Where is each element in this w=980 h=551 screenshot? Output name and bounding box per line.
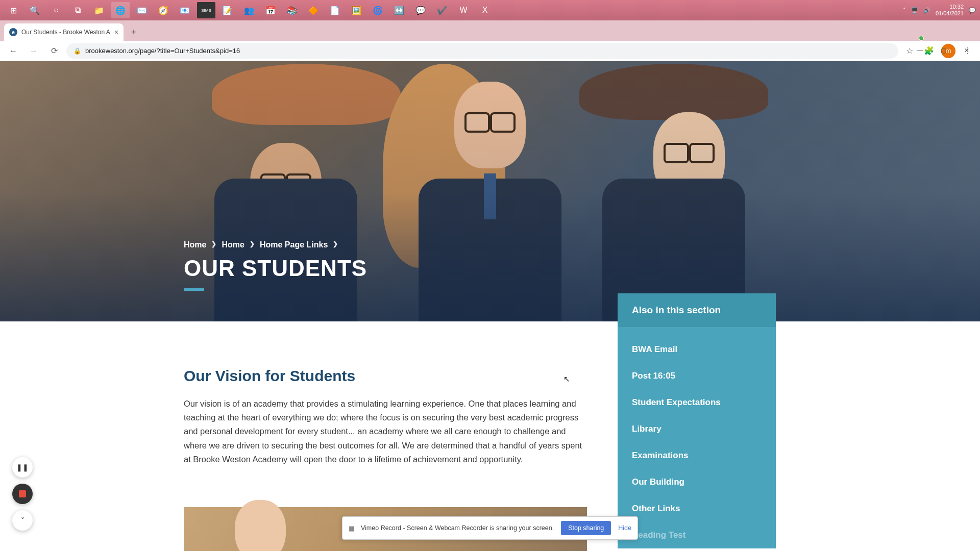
- mail-icon[interactable]: ✉️: [133, 2, 151, 18]
- app-icon-2[interactable]: 📚: [283, 2, 301, 18]
- tray-display-icon[interactable]: 🖥️: [911, 7, 918, 14]
- back-button[interactable]: ←: [5, 43, 21, 59]
- chevron-right-icon: ❯: [250, 240, 255, 249]
- lock-icon: 🔒: [74, 47, 81, 55]
- recorder-floating-controls: ❚❚ ˅: [12, 457, 33, 531]
- share-message: Vimeo Record - Screen & Webcam Recorder …: [361, 524, 554, 532]
- sidebar-item-student-expectations[interactable]: Student Expectations: [618, 389, 776, 416]
- whatsapp-icon[interactable]: 💬: [411, 2, 430, 18]
- edge-icon[interactable]: 🌀: [369, 2, 387, 18]
- excel-icon[interactable]: X: [476, 2, 494, 18]
- page-viewport[interactable]: Home ❯ Home ❯ Home Page Links ❯ OUR STUD…: [0, 61, 980, 551]
- task-view-icon[interactable]: ⧉: [68, 2, 87, 18]
- browser-toolbar: ← → ⟳ 🔒 brookeweston.org/page/?title=Our…: [0, 41, 980, 61]
- app-icon-5[interactable]: 🖼️: [347, 2, 365, 18]
- search-icon[interactable]: 🔍: [26, 2, 44, 18]
- start-button[interactable]: ⊞: [4, 2, 22, 18]
- address-bar[interactable]: 🔒 brookeweston.org/page/?title=Our+Stude…: [66, 43, 898, 59]
- app-icon-1[interactable]: 🧭: [154, 2, 173, 18]
- forward-button[interactable]: →: [26, 43, 42, 59]
- vision-body-text: Our vision is of an academy that provide…: [184, 397, 587, 466]
- outlook-icon[interactable]: 📧: [176, 2, 194, 18]
- close-window-button[interactable]: ✕: [955, 43, 978, 58]
- chevron-right-icon: ❯: [333, 240, 338, 249]
- recorder-collapse-button[interactable]: ˅: [12, 510, 33, 531]
- clock-time: 10:32: [936, 4, 964, 10]
- tray-volume-icon[interactable]: 🔊: [923, 7, 930, 14]
- recorder-stop-button[interactable]: [12, 484, 33, 504]
- hide-sharing-button[interactable]: Hide: [618, 524, 631, 532]
- clock-date: 01/04/2021: [936, 10, 964, 17]
- windows-taskbar: ⊞ 🔍 ○ ⧉ 📁 🌐 ✉️ 🧭 📧 SIMS 📝 👥 📅 📚 🔶 📄 🖼️ 🌀…: [0, 0, 980, 20]
- file-explorer-icon[interactable]: 📁: [90, 2, 108, 18]
- new-tab-button[interactable]: +: [127, 25, 141, 39]
- calendar-icon[interactable]: 📅: [261, 2, 280, 18]
- tray-chevron-icon[interactable]: ˄: [903, 7, 906, 14]
- app-icon-3[interactable]: 🔶: [304, 2, 323, 18]
- title-underline: [184, 288, 204, 291]
- reload-button[interactable]: ⟳: [46, 43, 62, 59]
- sims-icon[interactable]: SIMS: [197, 2, 215, 18]
- screen-share-notification: ▮▮ Vimeo Record - Screen & Webcam Record…: [342, 516, 638, 540]
- sidebar-header: Also in this section: [618, 293, 776, 327]
- recording-indicator-icon: [919, 36, 924, 41]
- teams-icon[interactable]: 👥: [240, 2, 258, 18]
- browser-tab[interactable]: e Our Students - Brooke Weston A ×: [4, 23, 124, 41]
- tab-close-icon[interactable]: ×: [114, 28, 118, 36]
- breadcrumb: Home ❯ Home ❯ Home Page Links ❯: [184, 240, 367, 249]
- hero-banner: Home ❯ Home ❯ Home Page Links ❯ OUR STUD…: [0, 61, 980, 321]
- sidebar-item-bwa-email[interactable]: BWA Email: [618, 336, 776, 363]
- sidebar-item-post-1605[interactable]: Post 16:05: [618, 363, 776, 389]
- chrome-icon[interactable]: 🌐: [111, 2, 130, 18]
- share-pause-icon[interactable]: ▮▮: [349, 524, 354, 532]
- sidebar-item-library[interactable]: Library: [618, 416, 776, 442]
- breadcrumb-item[interactable]: Home: [222, 240, 244, 249]
- vision-heading: Our Vision for Students: [184, 367, 587, 385]
- sidebar-item-reading-test[interactable]: Reading Test: [618, 522, 776, 548]
- breadcrumb-item[interactable]: Home Page Links: [260, 240, 328, 249]
- browser-tab-strip: e Our Students - Brooke Weston A × +: [0, 20, 980, 41]
- page-title: OUR STUDENTS: [184, 256, 367, 281]
- breadcrumb-item[interactable]: Home: [184, 240, 206, 249]
- word-icon[interactable]: W: [454, 2, 473, 18]
- notes-icon[interactable]: 📝: [218, 2, 237, 18]
- taskbar-clock[interactable]: 10:32 01/04/2021: [936, 4, 964, 17]
- recorder-pause-button[interactable]: ❚❚: [12, 457, 33, 478]
- cortana-icon[interactable]: ○: [47, 2, 65, 18]
- notifications-icon[interactable]: 💬: [969, 7, 976, 14]
- sidebar-item-other-links[interactable]: Other Links: [618, 495, 776, 522]
- teamviewer-icon[interactable]: ↔️: [390, 2, 408, 18]
- tab-title: Our Students - Brooke Weston A: [21, 29, 110, 36]
- sidebar-item-examinations[interactable]: Examinations: [618, 442, 776, 469]
- tab-favicon-icon: e: [9, 28, 17, 36]
- chevron-right-icon: ❯: [211, 240, 216, 249]
- url-text: brookeweston.org/page/?title=Our+Student…: [85, 47, 240, 55]
- app-icon-4[interactable]: 📄: [326, 2, 344, 18]
- minimize-button[interactable]: —: [909, 43, 931, 58]
- section-sidebar: Also in this section BWA Email Post 16:0…: [618, 293, 776, 548]
- stop-sharing-button[interactable]: Stop sharing: [561, 521, 611, 535]
- maximize-button[interactable]: ▢: [932, 43, 954, 58]
- app-icon-6[interactable]: ✔️: [433, 2, 451, 18]
- sidebar-item-our-building[interactable]: Our Building: [618, 469, 776, 495]
